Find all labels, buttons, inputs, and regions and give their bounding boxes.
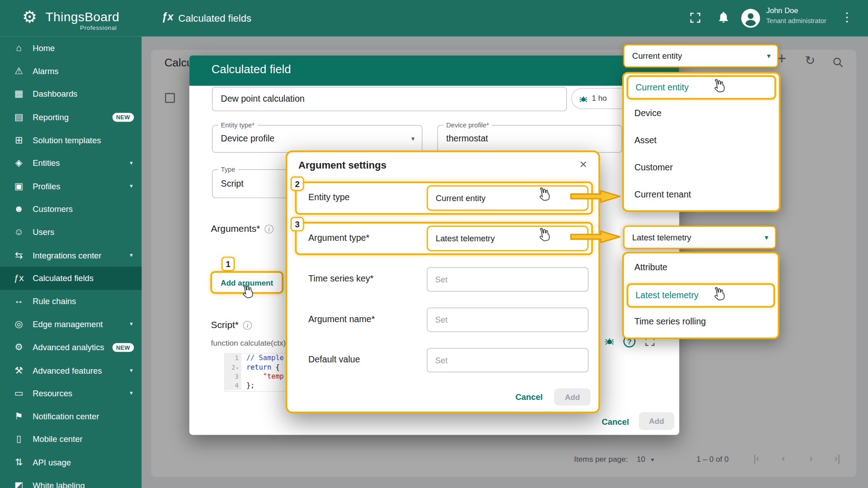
modal-title: Calculated field	[212, 62, 291, 75]
option-device[interactable]: Device	[634, 108, 661, 118]
sidebar-item-api-usage[interactable]: ⇅API usage	[0, 451, 142, 474]
user-name: John Doe	[766, 7, 798, 15]
more-menu-icon[interactable]: ⋮	[841, 10, 853, 24]
sidebar-item-label: Home	[33, 43, 55, 53]
sidebar-item-label: API usage	[33, 458, 71, 467]
sidebar-item-label: Calculated fields	[33, 273, 94, 283]
sidebar-item-resources[interactable]: ▭Resources▾	[0, 382, 142, 405]
notifications-bell-icon[interactable]	[717, 10, 730, 23]
argument-type-dropdown-value: Latest telemetry	[632, 233, 691, 242]
new-badge: NEW	[112, 343, 134, 352]
cursor-hand-icon	[535, 186, 552, 202]
script-label-text: Script*	[211, 320, 239, 331]
entity-type-field-value: Device profile	[221, 134, 275, 144]
dialog-title: Argument settings	[298, 160, 387, 172]
reporting-icon: ▤	[12, 111, 25, 123]
caret-down-icon: ▾	[765, 233, 769, 241]
name-field[interactable]: Dew point calculation	[212, 87, 567, 111]
script-function-signature: function calculate(ctx)	[211, 338, 286, 347]
dialog-argument-type-label: Argument type*	[308, 233, 369, 243]
sidebar-item-integrations-center[interactable]: ⇆Integrations center▾	[0, 244, 142, 267]
sidebar-item-alarms[interactable]: ⚠Alarms	[0, 60, 142, 83]
option-attribute[interactable]: Attribute	[634, 262, 667, 272]
option-time-series-rolling[interactable]: Time series rolling	[634, 316, 706, 326]
device-profile-field-value: thermostat	[446, 134, 488, 144]
sidebar-item-advanced-features[interactable]: ⚒Advanced features▾	[0, 359, 142, 382]
chevron-down-icon: ▾	[130, 252, 133, 259]
sidebar-item-dashboards[interactable]: ▦Dashboards	[0, 83, 142, 106]
option-label: Current entity	[636, 82, 689, 92]
sidebar-item-label: Notification center	[33, 412, 99, 421]
info-icon: i	[243, 321, 252, 330]
step-3-badge: 3	[291, 217, 304, 231]
option-latest-telemetry[interactable]: Latest telemetry	[627, 283, 775, 308]
code-string: "temp	[241, 372, 284, 381]
sidebar-item-users[interactable]: ☺Users	[0, 221, 142, 244]
header-page-title: Calculated fields	[178, 13, 251, 24]
chevron-down-icon: ▾	[130, 183, 133, 190]
line-number: 4	[225, 381, 241, 390]
bug-icon	[578, 94, 589, 104]
user-avatar[interactable]	[741, 8, 760, 28]
sidebar-item-profiles[interactable]: ▣Profiles▾	[0, 174, 142, 197]
caret-down-icon: ▾	[767, 52, 770, 60]
sidebar-item-calculated-fields[interactable]: ƒxCalculated fields	[0, 267, 142, 290]
dialog-argument-type-select[interactable]: Latest telemetry	[427, 226, 589, 251]
sidebar-item-entities[interactable]: ◈Entities▾	[0, 151, 142, 174]
sidebar-item-label: Alarms	[33, 66, 58, 76]
app-header: ⚙ ThingsBoard Professional ƒx Calculated…	[0, 0, 868, 37]
option-customer[interactable]: Customer	[634, 163, 673, 173]
option-current-tenant[interactable]: Current tenant	[634, 190, 691, 200]
sidebar-item-notification-center[interactable]: ⚑Notification center	[0, 405, 142, 428]
option-current-entity[interactable]: Current entity	[627, 75, 776, 100]
code-text: return {	[241, 363, 280, 372]
sidebar-item-mobile-center[interactable]: ▯Mobile center	[0, 428, 142, 451]
close-icon[interactable]: ×	[580, 157, 587, 172]
sidebar-item-reporting[interactable]: ▤ReportingNEW	[0, 106, 142, 129]
chevron-down-icon: ▾	[130, 320, 133, 328]
profiles-icon: ▣	[12, 180, 25, 192]
time-series-key-input[interactable]: Set	[427, 267, 589, 291]
sidebar-item-label: White labeling	[33, 481, 85, 488]
rule-chains-icon: ↔	[12, 296, 25, 306]
sidebar-item-advanced-analytics[interactable]: ⚙Advanced analyticsNEW	[0, 336, 142, 359]
time-series-key-placeholder: Set	[435, 275, 448, 284]
dialog-cancel-button[interactable]: Cancel	[515, 392, 542, 402]
script-section-label: Script* i	[211, 320, 252, 331]
sidebar: ⌂Home ⚠Alarms ▦Dashboards ▤ReportingNEW …	[0, 37, 142, 488]
sidebar-item-customers[interactable]: ☻Customers	[0, 197, 142, 221]
sidebar-item-solution-templates[interactable]: ⊞Solution templates	[0, 129, 142, 152]
sidebar-item-rule-chains[interactable]: ↔Rule chains	[0, 290, 142, 313]
time-series-key-label: Time series key*	[308, 274, 373, 284]
chevron-down-icon: ▾	[130, 160, 133, 167]
entity-type-field-label: Entity type*	[218, 121, 257, 129]
modal-add-button[interactable]: Add	[639, 412, 674, 430]
sidebar-item-label: Edge management	[33, 319, 103, 329]
fold-icon[interactable]: ▾	[236, 366, 239, 371]
sidebar-item-label: Solution templates	[33, 136, 101, 145]
arrow-annotation-entity-type	[569, 189, 623, 204]
sidebar-item-home[interactable]: ⌂Home	[0, 37, 142, 60]
default-value-placeholder: Set	[435, 356, 448, 365]
device-profile-field[interactable]: Device profile* thermostat	[437, 125, 622, 153]
argument-name-label: Argument name*	[308, 314, 375, 324]
device-profile-field-label: Device profile*	[443, 121, 492, 129]
fullscreen-icon[interactable]	[689, 11, 702, 24]
step-1-badge: 1	[222, 257, 235, 271]
modal-header: Calculated field	[189, 55, 679, 85]
chevron-down-icon: ▾	[130, 366, 133, 374]
dialog-add-button[interactable]: Add	[554, 389, 591, 406]
sidebar-item-edge-management[interactable]: ◎Edge management▾	[0, 313, 142, 336]
screen: ⚙ ThingsBoard Professional ƒx Calculated…	[0, 0, 868, 488]
script-debug-bug-icon[interactable]	[604, 335, 616, 347]
dialog-entity-type-select[interactable]: Current entity	[427, 185, 589, 211]
default-value-input[interactable]: Set	[427, 348, 589, 372]
option-asset[interactable]: Asset	[634, 136, 656, 145]
argument-type-dropdown-trigger[interactable]: Latest telemetry ▾	[623, 226, 776, 249]
entity-type-dropdown-trigger[interactable]: Current entity ▾	[623, 44, 778, 67]
modal-cancel-button[interactable]: Cancel	[602, 417, 629, 427]
entity-type-field[interactable]: Entity type* Device profile ▾	[212, 125, 422, 153]
argument-name-input[interactable]: Set	[427, 308, 589, 332]
sidebar-item-white-labeling[interactable]: ◩White labeling	[0, 474, 142, 488]
resources-icon: ▭	[12, 387, 25, 399]
